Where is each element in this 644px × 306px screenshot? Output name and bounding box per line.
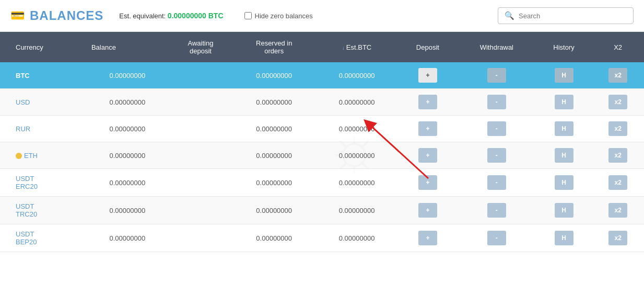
history-button[interactable]: H <box>555 95 573 109</box>
withdrawal-cell: - <box>458 142 536 169</box>
deposit-button[interactable]: + <box>418 68 437 83</box>
deposit-button[interactable]: + <box>418 121 437 136</box>
currency-link[interactable]: RUR <box>16 125 30 133</box>
history-button[interactable]: H <box>555 231 573 245</box>
table-row: BTC0.000000000.000000000.00000000+-Hx2 <box>0 62 644 89</box>
reserved-cell: 0.00000000 <box>232 169 315 197</box>
deposit-button[interactable]: + <box>418 148 437 163</box>
deposit-button[interactable]: + <box>418 95 437 109</box>
history-cell: H <box>536 89 592 116</box>
col-x2: X2 <box>592 32 644 62</box>
balance-cell: 0.00000000 <box>86 169 169 197</box>
currency-cell: USDT BEP20 <box>0 224 86 252</box>
col-awaiting: Awaitingdeposit <box>169 32 233 62</box>
deposit-cell: + <box>398 62 458 89</box>
history-button[interactable]: H <box>555 203 573 218</box>
currency-link[interactable]: ETH <box>24 152 38 160</box>
search-input[interactable] <box>519 12 627 20</box>
history-cell: H <box>536 197 592 224</box>
table-row: ETH0.000000000.000000000.00000000+-Hx2 <box>0 142 644 169</box>
currency-link[interactable]: USDT TRC20 <box>16 202 37 218</box>
balance-cell: 0.00000000 <box>86 116 169 142</box>
x2-button[interactable]: x2 <box>608 175 627 190</box>
col-currency: Currency <box>0 32 86 62</box>
col-estbtc[interactable]: ↓Est.BTC <box>315 32 398 62</box>
withdrawal-button[interactable]: - <box>487 203 506 218</box>
currency-cell: USDT TRC20 <box>0 197 86 224</box>
page-wrapper: 💳 BALANCES Est. equivalent: 0.00000000 B… <box>0 0 644 306</box>
awaiting-cell <box>169 142 233 169</box>
withdrawal-button[interactable]: - <box>487 148 506 163</box>
hide-zero-checkbox[interactable] <box>244 12 252 19</box>
currency-cell: USD <box>0 89 86 116</box>
deposit-button[interactable]: + <box>418 231 437 245</box>
hide-zero-label: Hide zero balances <box>255 12 313 20</box>
x2-button[interactable]: x2 <box>608 148 627 163</box>
x2-button[interactable]: x2 <box>608 68 627 83</box>
estbtc-cell: 0.00000000 <box>315 116 398 142</box>
withdrawal-button[interactable]: - <box>487 175 506 190</box>
x2-button[interactable]: x2 <box>608 203 627 218</box>
currency-link[interactable]: USDT ERC20 <box>16 175 38 190</box>
table-row: USDT ERC200.000000000.000000000.00000000… <box>0 169 644 197</box>
withdrawal-cell: - <box>458 169 536 197</box>
col-reserved: Reserved inorders <box>232 32 315 62</box>
deposit-cell: + <box>398 197 458 224</box>
withdrawal-button[interactable]: - <box>487 95 506 109</box>
currency-cell: BTC <box>0 62 86 89</box>
col-history: History <box>536 32 592 62</box>
x2-button[interactable]: x2 <box>608 95 627 109</box>
history-button[interactable]: H <box>555 148 573 163</box>
deposit-button[interactable]: + <box>418 175 437 190</box>
hide-zero-container: Hide zero balances <box>244 12 313 20</box>
est-label: Est. equivalent: <box>119 12 166 20</box>
x2-button[interactable]: x2 <box>608 121 627 136</box>
col-balance: Balance <box>86 32 169 62</box>
deposit-cell: + <box>398 224 458 252</box>
x2-cell: x2 <box>592 116 644 142</box>
x2-button[interactable]: x2 <box>608 231 627 245</box>
withdrawal-button[interactable]: - <box>487 121 506 136</box>
withdrawal-button[interactable]: - <box>487 68 506 83</box>
header-title: 💳 BALANCES <box>10 8 103 23</box>
history-cell: H <box>536 224 592 252</box>
estbtc-cell: 0.00000000 <box>315 62 398 89</box>
currency-cell: ETH <box>0 142 86 169</box>
withdrawal-cell: - <box>458 224 536 252</box>
history-button[interactable]: H <box>555 121 573 136</box>
withdrawal-cell: - <box>458 116 536 142</box>
history-cell: H <box>536 169 592 197</box>
history-button[interactable]: H <box>555 68 573 83</box>
awaiting-cell <box>169 169 233 197</box>
history-button[interactable]: H <box>555 175 573 190</box>
withdrawal-cell: - <box>458 62 536 89</box>
table-row: RUR0.000000000.000000000.00000000+-Hx2 <box>0 116 644 142</box>
table-row: USDT BEP200.000000000.000000000.00000000… <box>0 224 644 252</box>
currency-link[interactable]: BTC <box>16 72 30 80</box>
awaiting-cell <box>169 224 233 252</box>
deposit-button[interactable]: + <box>418 203 437 218</box>
table-header-row: Currency Balance Awaitingdeposit Reserve… <box>0 32 644 62</box>
x2-cell: x2 <box>592 62 644 89</box>
header: 💳 BALANCES Est. equivalent: 0.00000000 B… <box>0 0 644 32</box>
currency-link[interactable]: USD <box>16 98 30 106</box>
est-equivalent: Est. equivalent: 0.00000000 BTC <box>119 12 223 20</box>
table-row: USDT TRC200.000000000.000000000.00000000… <box>0 197 644 224</box>
search-icon: 🔍 <box>505 11 514 20</box>
search-box: 🔍 <box>498 7 634 24</box>
sort-icon: ↓ <box>342 45 345 51</box>
withdrawal-button[interactable]: - <box>487 231 506 245</box>
estbtc-cell: 0.00000000 <box>315 197 398 224</box>
reserved-cell: 0.00000000 <box>232 62 315 89</box>
estbtc-cell: 0.00000000 <box>315 89 398 116</box>
withdrawal-cell: - <box>458 197 536 224</box>
table-wrapper: ☼ Currency Balance Awaitingdeposit Reser… <box>0 32 644 263</box>
history-cell: H <box>536 142 592 169</box>
x2-cell: x2 <box>592 224 644 252</box>
currency-link[interactable]: USDT BEP20 <box>16 230 37 246</box>
withdrawal-cell: - <box>458 89 536 116</box>
reserved-cell: 0.00000000 <box>232 89 315 116</box>
eth-status-dot <box>16 153 22 159</box>
page-title: BALANCES <box>30 8 103 23</box>
awaiting-cell <box>169 116 233 142</box>
